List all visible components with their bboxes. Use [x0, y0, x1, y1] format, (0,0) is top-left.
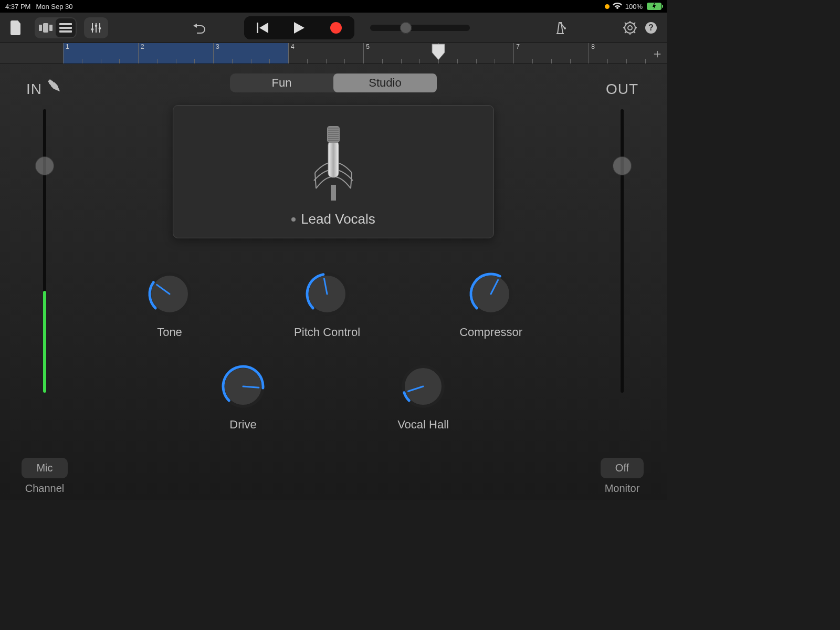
svg-rect-5	[59, 30, 72, 33]
knob-label: Tone	[157, 326, 182, 339]
input-column: IN Mic Channel	[0, 69, 89, 495]
svg-rect-12	[257, 23, 258, 33]
svg-rect-31	[328, 141, 339, 177]
record-button[interactable]	[318, 16, 354, 39]
ruler-bar: 7	[513, 43, 520, 64]
fx-button[interactable]	[85, 18, 107, 37]
record-icon	[330, 22, 342, 34]
svg-rect-1	[43, 23, 48, 33]
seg-studio[interactable]: Studio	[333, 74, 437, 92]
svg-text:?: ?	[648, 23, 654, 32]
battery-percent: 100%	[625, 3, 643, 10]
svg-line-13	[560, 23, 565, 28]
svg-rect-4	[59, 27, 72, 29]
mode-segmented-control[interactable]: Fun Studio	[230, 74, 437, 92]
ruler-bar: 1	[63, 43, 69, 64]
out-label: OUT	[606, 81, 638, 98]
svg-rect-0	[39, 25, 42, 31]
svg-point-9	[91, 28, 94, 30]
svg-rect-3	[59, 23, 72, 25]
ruler-bar: 8	[589, 43, 595, 64]
ruler-bar: 5	[363, 43, 370, 64]
output-level-slider[interactable]	[621, 109, 624, 393]
preset-bullet-icon	[291, 217, 296, 222]
monitor-label: Monitor	[605, 482, 640, 495]
svg-line-29	[351, 173, 352, 188]
ruler-bar: 2	[138, 43, 144, 64]
svg-point-14	[564, 27, 566, 29]
svg-line-22	[625, 23, 626, 24]
knob-tone[interactable]: Tone	[144, 269, 195, 339]
status-date: Mon Sep 30	[36, 3, 72, 10]
my-songs-button[interactable]	[5, 17, 27, 38]
go-to-start-button[interactable]	[244, 16, 281, 39]
help-button[interactable]: ?	[640, 17, 662, 38]
undo-button[interactable]	[186, 17, 213, 38]
knob-label: Compressor	[459, 326, 522, 339]
browser-view-button[interactable]	[36, 18, 56, 37]
seg-fun[interactable]: Fun	[230, 74, 333, 92]
svg-point-11	[99, 27, 101, 29]
channel-button[interactable]: Mic	[22, 458, 67, 478]
svg-point-17	[628, 26, 632, 30]
fx-button-group	[84, 17, 108, 38]
output-column: OUT Off Monitor	[578, 69, 667, 495]
svg-line-23	[634, 32, 635, 33]
knob-pitch-control[interactable]: Pitch Control	[294, 269, 360, 339]
microphone-icon	[304, 123, 362, 202]
transport-controls	[244, 16, 354, 39]
ruler-bar: 4	[288, 43, 295, 64]
knob-label: Drive	[229, 418, 256, 432]
preset-name: Lead Vocals	[301, 211, 375, 227]
in-label: IN	[26, 81, 42, 98]
svg-rect-30	[331, 185, 336, 201]
svg-line-25	[634, 23, 635, 24]
ruler-bar: 3	[213, 43, 219, 64]
input-jack-icon	[43, 75, 67, 98]
knob-vocal-hall[interactable]: Vocal Hall	[397, 361, 449, 432]
preset-panel[interactable]: Lead Vocals	[173, 105, 494, 238]
status-time: 4:37 PM	[5, 3, 30, 10]
svg-line-28	[315, 173, 316, 188]
tracks-view-button[interactable]	[56, 18, 76, 37]
knob-label: Pitch Control	[294, 326, 360, 339]
settings-button[interactable]	[620, 17, 640, 38]
view-toggle	[35, 17, 77, 38]
play-button[interactable]	[281, 16, 318, 39]
knob-compressor[interactable]: Compressor	[459, 269, 522, 339]
svg-line-24	[625, 32, 626, 33]
monitor-button[interactable]: Off	[601, 458, 644, 478]
wifi-icon	[613, 3, 622, 10]
battery-icon	[646, 3, 662, 10]
timeline-ruler[interactable]: 12345678 ＋	[0, 43, 667, 64]
channel-label: Channel	[25, 482, 65, 495]
knob-label: Vocal Hall	[397, 418, 449, 432]
status-bar: 4:37 PM Mon Sep 30 100%	[0, 0, 667, 13]
master-volume-slider[interactable]	[370, 25, 470, 31]
metronome-button[interactable]	[548, 17, 572, 38]
instrument-view: IN Mic Channel OUT Off Monitor Fun Studi…	[0, 64, 667, 500]
add-section-button[interactable]: ＋	[651, 47, 664, 60]
app-toolbar: ?	[0, 13, 667, 43]
knob-drive[interactable]: Drive	[218, 361, 268, 432]
input-level-slider[interactable]	[43, 109, 46, 393]
svg-rect-2	[49, 25, 52, 31]
recording-indicator-icon	[605, 4, 610, 9]
svg-point-10	[95, 24, 98, 27]
